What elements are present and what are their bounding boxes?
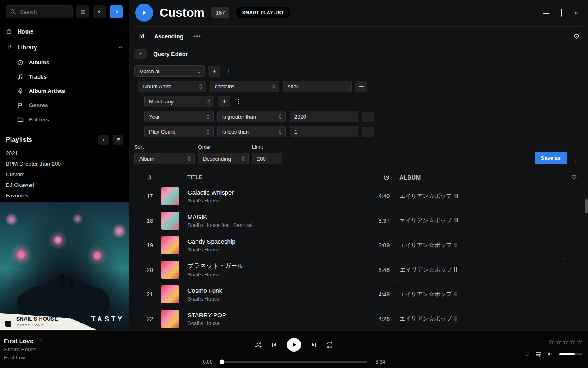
track-artist[interactable]: Snail's House feat. Sennzai: [187, 222, 364, 228]
seek-bar[interactable]: [221, 361, 367, 363]
search-input[interactable]: [19, 9, 68, 16]
track-artwork[interactable]: [161, 261, 179, 279]
queue-button[interactable]: [535, 351, 541, 357]
sort-direction-button[interactable]: Ascending: [154, 33, 183, 40]
chevron-up-icon[interactable]: [118, 45, 123, 50]
track-album[interactable]: エイリアン☆ポップ II: [394, 233, 565, 258]
star-icon[interactable]: ☆: [577, 338, 583, 346]
now-playing-menu-icon[interactable]: ⋮: [38, 338, 44, 344]
track-artist[interactable]: Snail's House: [187, 247, 364, 253]
sidebar-item-library[interactable]: Library: [6, 39, 123, 55]
match-type-select[interactable]: Match any: [144, 96, 214, 107]
remove-rule-button[interactable]: —: [355, 81, 367, 92]
add-rule-button[interactable]: +: [208, 66, 220, 77]
play-playlist-button[interactable]: [135, 4, 153, 22]
playlist-item[interactable]: Favorites: [0, 191, 129, 201]
play-pause-button[interactable]: [287, 338, 301, 352]
scrollbar-thumb[interactable]: [585, 199, 588, 213]
sort-field-button[interactable]: Id: [139, 33, 144, 40]
order-select[interactable]: Descending: [198, 153, 249, 164]
header-index[interactable]: #: [138, 174, 161, 181]
header-title[interactable]: TITLE: [187, 175, 364, 180]
header-album[interactable]: ALBUM: [394, 171, 565, 184]
group-menu-icon[interactable]: ⋮: [224, 67, 234, 75]
star-icon[interactable]: ☆: [548, 338, 554, 346]
rule-value-input[interactable]: [283, 81, 352, 92]
sidebar-item-folders[interactable]: Folders: [17, 112, 123, 127]
star-icon[interactable]: ☆: [570, 338, 575, 346]
minimize-button[interactable]: —: [543, 9, 549, 16]
rule-operator-select[interactable]: contains: [210, 81, 279, 92]
table-row[interactable]: 19 Candy Spaceship Snail's House 3:09 エイ…: [138, 233, 583, 258]
track-artwork[interactable]: [161, 310, 179, 328]
track-artwork[interactable]: [161, 187, 179, 205]
star-icon[interactable]: ☆: [563, 338, 568, 346]
rule-value-input[interactable]: [290, 126, 358, 137]
gear-icon[interactable]: ⚙: [573, 33, 580, 40]
add-rule-button[interactable]: +: [218, 96, 230, 107]
now-playing-artwork[interactable]: SNAIL'S HOUSE FIRST LOVE TASTY: [0, 202, 129, 330]
now-playing-title[interactable]: First Love: [4, 337, 33, 344]
track-artwork[interactable]: [161, 285, 179, 303]
rule-operator-select[interactable]: is less than: [217, 126, 286, 137]
seek-knob[interactable]: [220, 360, 224, 364]
next-button[interactable]: [310, 341, 317, 348]
group-menu-icon[interactable]: ⋮: [234, 98, 243, 105]
table-row[interactable]: 17 Galactic Whisper Snail's House 4:40 エ…: [138, 184, 583, 209]
rule-field-select[interactable]: Album Artist: [138, 81, 206, 92]
maximize-button[interactable]: [561, 9, 562, 16]
rule-operator-select[interactable]: is greater than: [217, 111, 286, 122]
volume-slider[interactable]: [559, 353, 582, 355]
favorite-button[interactable]: ♡: [524, 350, 530, 358]
nav-forward-button[interactable]: [110, 5, 123, 18]
remove-rule-button[interactable]: —: [362, 127, 374, 137]
track-artist[interactable]: Snail's House: [187, 197, 364, 204]
nav-back-button[interactable]: [93, 5, 106, 18]
previous-button[interactable]: [271, 341, 278, 348]
menu-button[interactable]: [76, 5, 89, 18]
match-type-select[interactable]: Match all: [134, 65, 205, 77]
duration-column-header[interactable]: [364, 174, 394, 180]
track-artist[interactable]: Snail's House: [187, 272, 364, 278]
track-artist[interactable]: Snail's House: [187, 320, 364, 326]
volume-icon[interactable]: [547, 351, 554, 357]
limit-input[interactable]: [252, 153, 282, 164]
sidebar-item-home[interactable]: Home: [6, 23, 123, 39]
sidebar-item-albums[interactable]: Albums: [17, 55, 123, 70]
now-playing-album[interactable]: First Love: [4, 355, 44, 361]
search-input-wrap[interactable]: [6, 5, 73, 18]
rule-field-select[interactable]: Year: [144, 111, 214, 122]
shuffle-button[interactable]: [255, 341, 262, 348]
table-row[interactable]: 21 Cosmo Funk Snail's House 4:48 エイリアン☆ポ…: [138, 282, 583, 307]
table-row[interactable]: 20 プラネット・ガール Snail's House 3:48 エイリアン☆ポッ…: [138, 258, 583, 282]
playlist-item[interactable]: DJ Okawari: [0, 180, 129, 191]
track-artist[interactable]: Snail's House: [187, 296, 364, 302]
save-menu-icon[interactable]: ⋮: [570, 157, 580, 164]
playlist-list-button[interactable]: [113, 135, 123, 145]
star-icon[interactable]: ☆: [556, 338, 561, 346]
close-button[interactable]: ×: [575, 9, 578, 16]
track-album[interactable]: エイリアン☆ポップ III: [394, 184, 565, 209]
more-options-icon[interactable]: •••: [193, 33, 201, 40]
sort-select[interactable]: Album: [134, 153, 195, 164]
add-playlist-button[interactable]: +: [98, 135, 109, 145]
table-row[interactable]: 18 MAGIK Snail's House feat. Sennzai 3:3…: [138, 209, 583, 233]
table-row[interactable]: 22 STARRY POP Snail's House 4:28 エイリアン☆ポ…: [138, 307, 583, 330]
track-artwork[interactable]: [161, 236, 179, 254]
sidebar-item-tracks[interactable]: Tracks: [17, 70, 123, 84]
rule-field-select[interactable]: Play Count: [144, 126, 214, 137]
save-as-button[interactable]: Save as: [535, 152, 567, 164]
collapse-query-editor-button[interactable]: [134, 49, 147, 59]
sidebar-item-album-artists[interactable]: Album Artists: [17, 84, 123, 98]
repeat-button[interactable]: [326, 341, 333, 348]
track-album[interactable]: エイリアン☆ポップ III: [394, 209, 565, 233]
now-playing-artist[interactable]: Snail's House: [4, 346, 44, 352]
playlist-item[interactable]: BPM Greater than 200: [0, 159, 129, 169]
favorite-column-header[interactable]: ♡: [565, 174, 583, 181]
track-album[interactable]: エイリアン☆ポップ II: [394, 307, 565, 330]
remove-rule-button[interactable]: —: [362, 112, 374, 122]
playlist-item[interactable]: 2021: [0, 148, 129, 159]
track-artwork[interactable]: [161, 212, 179, 230]
track-album[interactable]: エイリアン☆ポップ II: [394, 282, 565, 307]
playlist-item[interactable]: Custom: [0, 169, 129, 180]
